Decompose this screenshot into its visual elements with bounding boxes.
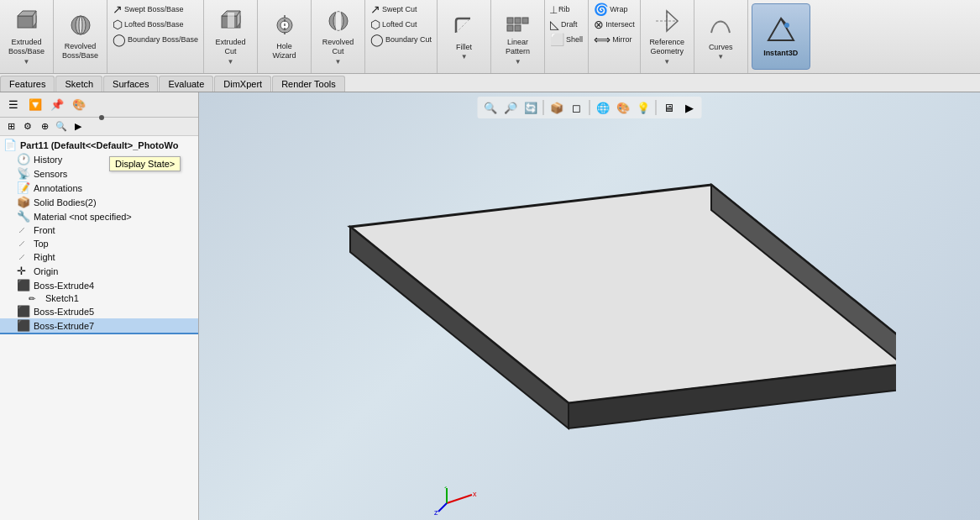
extruded-cut-dropdown[interactable]: ▼	[228, 58, 234, 66]
fillet-dropdown[interactable]: ▼	[461, 53, 468, 60]
svg-rect-18	[522, 18, 528, 24]
axis-indicator: x y z	[434, 486, 476, 512]
reference-geometry-label: ReferenceGeometry	[649, 38, 684, 56]
tree-item-top[interactable]: ⟋ Top	[0, 237, 198, 250]
render-mode-button[interactable]: 🌐	[594, 98, 612, 117]
lofted-boss-button[interactable]: ⬡ Lofted Boss/Base	[110, 17, 201, 32]
revolved-boss-button[interactable]: RevolvedBoss/Base	[57, 12, 103, 62]
main-toolbar: ExtrudedBoss/Base ▼ RevolvedBoss/Base ↗ …	[0, 0, 980, 74]
extruded-boss-button[interactable]: ExtrudedBoss/Base	[3, 8, 50, 58]
tree-item-sketch1[interactable]: ✏ Sketch1	[0, 292, 198, 304]
view-orientation-button[interactable]: 📦	[548, 98, 566, 117]
tab-surfaces[interactable]: Surfaces	[103, 76, 158, 92]
tree-item-material[interactable]: 🔧 Material <not specified>	[0, 209, 198, 223]
draft-label: Draft	[561, 20, 578, 29]
rib-button[interactable]: ⟂ Rib	[548, 2, 585, 17]
extruded-boss-dropdown[interactable]: ▼	[24, 58, 30, 66]
svg-point-26	[784, 23, 789, 28]
svg-marker-24	[768, 18, 794, 40]
search-icon-button[interactable]: 🔍	[54, 119, 69, 134]
filter-icon-button[interactable]: ⊞	[3, 119, 18, 134]
instant3d-button[interactable]: Instant3D	[752, 3, 810, 70]
rotate-button[interactable]: 🔄	[521, 98, 540, 117]
tree-item-front[interactable]: ⟋ Front	[0, 223, 198, 237]
svg-marker-23	[667, 11, 678, 31]
more-button[interactable]: ▶	[680, 98, 699, 117]
tree-item-right[interactable]: ⟋ Right	[0, 250, 198, 264]
boundary-boss-button[interactable]: ◯ Boundary Boss/Base	[110, 32, 201, 47]
tree-item-boss-extrude7[interactable]: ⬛ Boss-Extrude7	[0, 318, 198, 334]
pin-button[interactable]: 📌	[47, 96, 67, 114]
intersect-icon: ⊗	[594, 18, 604, 31]
tree-item-boss-extrude4[interactable]: ⬛ Boss-Extrude4	[0, 278, 198, 292]
tree-label-boss-extrude7: Boss-Extrude7	[34, 321, 94, 331]
feature-tree: 📄 Part11 (Default<<Default>_PhotoWo Disp…	[0, 136, 198, 520]
curves-dropdown[interactable]: ▼	[717, 53, 724, 60]
tab-dimxpert[interactable]: DimXpert	[214, 76, 271, 92]
right-arrow-icon-button[interactable]: ▶	[71, 119, 86, 134]
svg-rect-20	[515, 25, 521, 31]
color-button[interactable]: 🎨	[614, 98, 632, 117]
reference-geometry-button[interactable]: ReferenceGeometry	[644, 8, 690, 58]
3d-viewport[interactable]: 🔍 🔎 🔄 📦 ◻ 🌐 🎨 💡 🖥 ▶	[199, 92, 980, 520]
hole-wizard-button[interactable]: HoleWizard	[261, 12, 307, 62]
linear-pattern-button[interactable]: LinearPattern	[495, 8, 541, 58]
svg-rect-9	[228, 13, 234, 28]
tree-item-annotations[interactable]: 📝 Annotations	[0, 181, 198, 195]
settings-icon-button[interactable]: ⚙	[20, 119, 35, 134]
tab-render-tools[interactable]: Render Tools	[272, 76, 345, 92]
display-settings-button[interactable]: 🖥	[660, 98, 679, 117]
tab-sketch[interactable]: Sketch	[55, 76, 102, 92]
section-view-button[interactable]: ◻	[568, 98, 586, 117]
list-view-button[interactable]: ☰	[3, 96, 24, 114]
tree-label-boss-extrude5: Boss-Extrude5	[34, 307, 94, 317]
tree-item-origin[interactable]: ✛ Origin	[0, 264, 198, 278]
material-icon: 🔧	[17, 210, 30, 223]
fillet-button[interactable]: Fillet	[441, 13, 487, 54]
tree-label-origin: Origin	[34, 266, 58, 276]
swept-cut-button[interactable]: ↗ Swept Cut	[368, 2, 434, 17]
shell-button[interactable]: ⬜ Shell	[548, 32, 585, 47]
tree-label-sketch1: Sketch1	[45, 293, 79, 303]
extruded-cut-button[interactable]: ExtrudedCut	[207, 8, 254, 58]
top-plane-icon: ⟋	[17, 238, 30, 249]
boundary-boss-icon: ◯	[113, 33, 126, 46]
lofted-boss-label: Lofted Boss/Base	[124, 20, 184, 29]
lofted-cut-button[interactable]: ⬡ Lofted Cut	[368, 17, 434, 32]
right-plane-icon: ⟋	[17, 251, 30, 263]
filter-button[interactable]: 🔽	[25, 96, 45, 114]
part-icon: 📄	[3, 139, 17, 151]
reference-geometry-dropdown[interactable]: ▼	[663, 58, 670, 66]
linear-pattern-dropdown[interactable]: ▼	[515, 58, 521, 66]
tab-bar: Features Sketch Surfaces Evaluate DimXpe…	[0, 74, 980, 92]
fillet-label: Fillet	[456, 43, 472, 52]
wrap-button[interactable]: 🌀 Wrap	[591, 2, 637, 17]
svg-rect-19	[507, 25, 513, 31]
tab-evaluate[interactable]: Evaluate	[159, 76, 213, 92]
boundary-cut-button[interactable]: ◯ Boundary Cut	[368, 32, 434, 47]
intersect-button[interactable]: ⊗ Intersect	[591, 17, 637, 32]
tab-features[interactable]: Features	[0, 76, 55, 92]
light-button[interactable]: 💡	[634, 98, 652, 117]
tree-item-part11[interactable]: 📄 Part11 (Default<<Default>_PhotoWo	[0, 138, 198, 152]
collapse-icon-button[interactable]: ⊕	[37, 119, 52, 134]
extruded-cut-label: ExtrudedCut	[216, 38, 246, 56]
draft-button[interactable]: ◺ Draft	[548, 17, 585, 32]
instant3d-label: Instant3D	[763, 49, 798, 57]
mirror-icon: ⟺	[594, 33, 611, 46]
boundary-cut-label: Boundary Cut	[385, 35, 432, 44]
indicator-dot	[99, 115, 104, 120]
zoom-in-button[interactable]: 🔎	[501, 98, 520, 117]
tree-item-boss-extrude5[interactable]: ⬛ Boss-Extrude5	[0, 304, 198, 318]
boss-extrude5-icon: ⬛	[17, 305, 30, 318]
curves-button[interactable]: Curves	[698, 13, 744, 54]
svg-rect-17	[515, 18, 521, 24]
revolved-cut-dropdown[interactable]: ▼	[335, 58, 342, 66]
tree-item-solid-bodies[interactable]: 📦 Solid Bodies(2)	[0, 195, 198, 209]
revolved-cut-button[interactable]: RevolvedCut	[315, 8, 361, 58]
color-picker-button[interactable]: 🎨	[69, 96, 89, 114]
mirror-button[interactable]: ⟺ Mirror	[591, 32, 637, 47]
swept-boss-button[interactable]: ↗ Swept Boss/Base	[110, 2, 201, 17]
zoom-to-fit-button[interactable]: 🔍	[481, 98, 500, 117]
svg-point-5	[79, 16, 82, 34]
